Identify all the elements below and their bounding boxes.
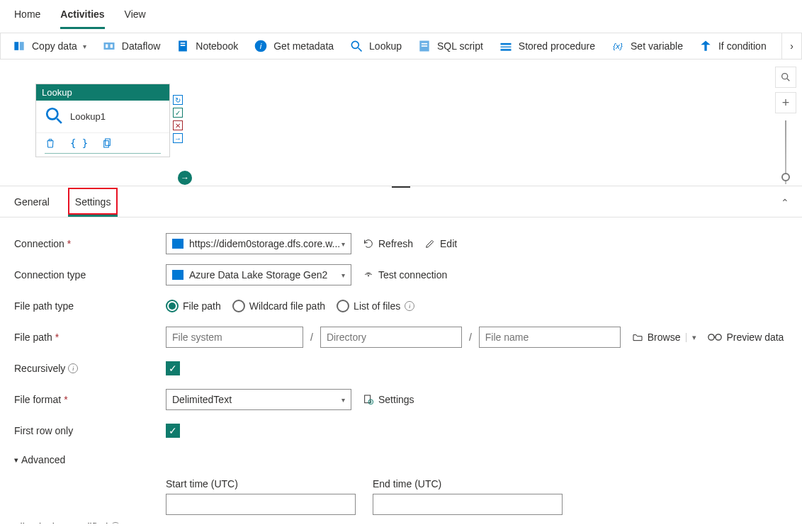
- dataflow-icon: [102, 39, 116, 53]
- toolbar-notebook-label: Notebook: [196, 40, 238, 52]
- connection-label: Connection*: [14, 238, 166, 249]
- start-time-input[interactable]: [166, 494, 356, 515]
- adls-icon: [172, 270, 183, 280]
- node-header: Lookup: [36, 84, 169, 101]
- chevron-down-icon: ▾: [83, 43, 86, 50]
- node-side-action-3[interactable]: ✕: [173, 120, 183, 130]
- toolbar-overflow-button[interactable]: ›: [781, 33, 801, 59]
- radio-list-of-files[interactable]: List of filesi: [337, 300, 414, 312]
- node-run-icon[interactable]: →: [178, 171, 192, 185]
- start-time-label: Start time (UTC): [166, 478, 356, 489]
- file-name-input[interactable]: [479, 327, 621, 348]
- chevron-down-icon: ▾: [14, 455, 18, 465]
- node-side-action-2[interactable]: ✓: [173, 108, 183, 118]
- first-row-only-checkbox[interactable]: ✓: [166, 424, 180, 438]
- toolbar-stored-procedure[interactable]: Stored procedure: [499, 39, 595, 53]
- node-side-action-1[interactable]: ↻: [173, 95, 183, 105]
- directory-input[interactable]: [320, 327, 462, 348]
- copy-icon[interactable]: [102, 137, 113, 151]
- svg-point-25: [368, 275, 369, 276]
- radio-wildcard[interactable]: Wildcard file path: [232, 300, 325, 312]
- tab-home[interactable]: Home: [14, 6, 40, 29]
- recursively-checkbox[interactable]: ✓: [166, 361, 180, 375]
- svg-line-24: [787, 79, 789, 81]
- chevron-down-icon: ▾: [341, 396, 345, 404]
- preview-data-button[interactable]: Preview data: [708, 332, 784, 343]
- toolbar-sql-script[interactable]: SQL script: [417, 39, 483, 53]
- toolbar-get-metadata[interactable]: i Get metadata: [254, 39, 334, 53]
- toolbar-dataflow[interactable]: Dataflow: [102, 39, 160, 53]
- adls-icon: [172, 239, 183, 249]
- tab-view[interactable]: View: [125, 6, 146, 29]
- node-side-actions: ↻ ✓ ✕ →: [173, 95, 183, 143]
- toolbar-if-condition[interactable]: If condition: [699, 39, 767, 53]
- toolbar-copy-data[interactable]: Copy data ▾: [12, 39, 86, 53]
- toolbar-lookup[interactable]: Lookup: [349, 39, 402, 53]
- connection-type-dropdown[interactable]: Azure Data Lake Storage Gen2 ▾: [166, 264, 351, 285]
- toolbar-set-variable-label: Set variable: [631, 40, 683, 52]
- filter-by-last-modified-label-text: Filter by last modified i: [14, 521, 166, 523]
- collapse-panel-button[interactable]: ⌃: [781, 197, 789, 208]
- chevron-down-icon: ▾: [341, 271, 345, 279]
- node-side-action-4[interactable]: →: [173, 133, 183, 143]
- connection-dropdown[interactable]: https://didem0storage.dfs.core.w... ▾: [166, 233, 351, 254]
- property-tab-bar: General Settings ⌃: [0, 188, 802, 217]
- first-row-only-label: First row only: [14, 425, 166, 436]
- lookup-icon: [45, 106, 63, 127]
- svg-rect-6: [181, 43, 186, 44]
- toolbar-set-variable[interactable]: {x} Set variable: [611, 39, 683, 53]
- activities-toolbar: Copy data ▾ Dataflow Notebook i Get meta…: [0, 33, 802, 60]
- node-name-label: Lookup1: [70, 111, 106, 122]
- tab-activities[interactable]: Activities: [60, 6, 104, 29]
- svg-point-23: [782, 74, 788, 79]
- toolbar-get-metadata-label: Get metadata: [273, 40, 334, 52]
- info-icon[interactable]: i: [68, 363, 78, 373]
- svg-rect-2: [103, 43, 114, 50]
- if-condition-icon: [699, 39, 713, 53]
- file-format-dropdown[interactable]: DelimitedText ▾: [166, 389, 351, 410]
- test-connection-button[interactable]: Test connection: [363, 269, 447, 281]
- svg-rect-13: [422, 43, 427, 45]
- code-braces-icon[interactable]: { }: [70, 137, 88, 151]
- browse-dropdown-chevron[interactable]: ▾: [686, 333, 702, 342]
- delete-icon[interactable]: [45, 137, 56, 151]
- toolbar-dataflow-label: Dataflow: [122, 40, 160, 52]
- advanced-toggle[interactable]: ▾ Advanced: [14, 454, 65, 465]
- sql-script-icon: [417, 39, 431, 53]
- file-system-input[interactable]: [166, 327, 303, 348]
- settings-form-scroll[interactable]: Connection* https://didem0storage.dfs.co…: [0, 217, 802, 523]
- connection-value: https://didem0storage.dfs.core.w...: [189, 238, 340, 249]
- zoom-in-button[interactable]: +: [775, 92, 796, 113]
- format-settings-button[interactable]: Settings: [363, 394, 414, 405]
- pipeline-canvas[interactable]: Lookup Lookup1 { } → ↻ ✓ ✕ → +: [0, 62, 802, 186]
- info-icon[interactable]: i: [405, 301, 414, 311]
- canvas-node-lookup[interactable]: Lookup Lookup1 { } →: [35, 84, 170, 157]
- node-footer: { }: [36, 132, 169, 157]
- info-circle-icon: i: [254, 39, 268, 53]
- copy-data-icon: [12, 39, 26, 53]
- refresh-button[interactable]: Refresh: [363, 238, 413, 249]
- toolbar-if-condition-label: If condition: [718, 40, 767, 52]
- connection-type-value: Azure Data Lake Storage Gen2: [189, 269, 327, 281]
- radio-file-path[interactable]: File path: [166, 300, 221, 312]
- svg-point-19: [47, 108, 57, 119]
- svg-text:{x}: {x}: [613, 41, 623, 50]
- lookup-icon: [349, 39, 363, 53]
- path-separator: /: [309, 332, 315, 343]
- browse-button[interactable]: Browse: [632, 332, 681, 343]
- zoom-slider-handle[interactable]: [781, 173, 790, 181]
- zoom-search-button[interactable]: [775, 67, 796, 88]
- zoom-controls: +: [775, 67, 796, 184]
- chevron-down-icon: ▾: [341, 240, 345, 248]
- prop-tab-settings[interactable]: Settings: [68, 188, 118, 217]
- svg-rect-15: [500, 43, 511, 45]
- end-time-input[interactable]: [373, 494, 563, 515]
- toolbar-notebook[interactable]: Notebook: [176, 39, 238, 53]
- edit-button[interactable]: Edit: [424, 238, 457, 249]
- prop-tab-general[interactable]: General: [13, 188, 51, 217]
- zoom-slider-track[interactable]: [785, 120, 786, 184]
- info-icon[interactable]: i: [111, 522, 120, 523]
- svg-rect-14: [422, 45, 427, 47]
- svg-rect-17: [500, 49, 511, 51]
- svg-rect-22: [104, 141, 109, 147]
